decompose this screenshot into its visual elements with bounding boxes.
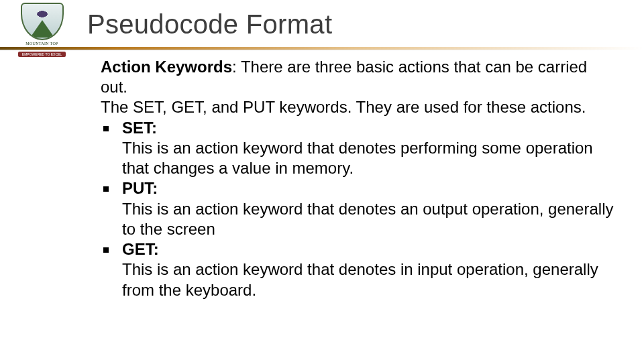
bullet-icon — [103, 186, 109, 192]
keyword-title: PUT: — [122, 179, 158, 197]
keyword-title: SET: — [122, 119, 157, 137]
bullet-icon — [103, 126, 109, 131]
slide-title: Pseudocode Format — [87, 9, 332, 40]
mountain-icon — [30, 20, 54, 38]
keyword-desc: This is an action keyword that denotes i… — [122, 260, 598, 298]
keyword-desc: This is an action keyword that denotes a… — [122, 200, 613, 238]
intro-lead-bold: Action Keywords — [101, 58, 232, 76]
slide: MOUNTAIN TOP UNIVERSITY EMPOWERED TO EXC… — [0, 0, 644, 362]
logo-motto: EMPOWERED TO EXCEL — [18, 52, 66, 57]
list-item: GET: This is an action keyword that deno… — [101, 239, 617, 300]
keyword-desc: This is an action keyword that denotes p… — [122, 139, 593, 177]
list-item: SET: This is an action keyword that deno… — [101, 118, 617, 179]
logo-shield-icon — [21, 3, 64, 40]
list-item: PUT: This is an action keyword that deno… — [101, 178, 617, 239]
intro-line2: The SET, GET, and PUT keywords. They are… — [101, 98, 586, 116]
university-logo: MOUNTAIN TOP UNIVERSITY EMPOWERED TO EXC… — [7, 3, 77, 63]
bullet-icon — [103, 247, 109, 253]
intro-block: Action Keywords: There are three basic a… — [101, 57, 617, 118]
divider-thin — [0, 50, 644, 50]
logo-line1: MOUNTAIN TOP — [25, 42, 58, 46]
intro-lead: Action Keywords: There are three basic a… — [101, 58, 587, 96]
slide-body: Action Keywords: There are three basic a… — [101, 57, 617, 300]
keyword-title: GET: — [122, 240, 159, 258]
